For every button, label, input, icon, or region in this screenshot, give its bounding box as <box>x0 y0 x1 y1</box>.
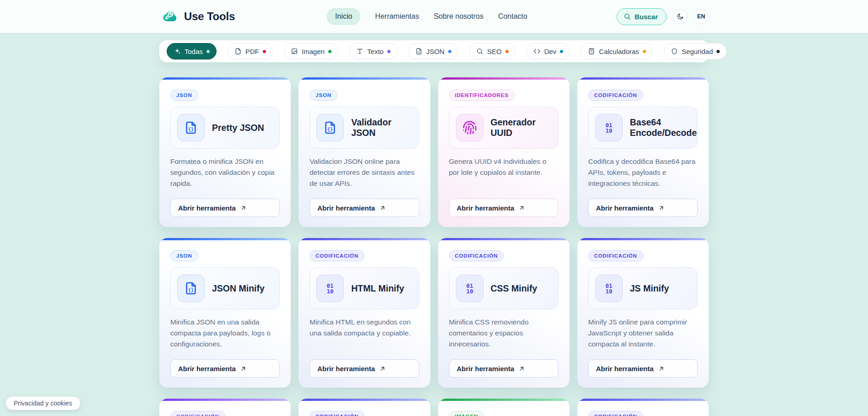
card-accent-bar <box>298 77 430 80</box>
nav-link-sobre-nosotros[interactable]: Sobre nosotros <box>434 12 483 21</box>
filter-chip-label: Todas <box>184 48 203 55</box>
nav-link-herramientas[interactable]: Herramientas <box>375 12 419 21</box>
filter-chip-todas[interactable]: Todas <box>167 43 217 59</box>
binary-icon: 0110 <box>323 281 337 296</box>
card-accent-bar <box>159 238 291 240</box>
open-tool-label: Abrir herramienta <box>596 204 654 212</box>
open-tool-button[interactable]: Abrir herramienta <box>170 359 280 378</box>
open-tool-label: Abrir herramienta <box>317 204 375 212</box>
category-color-dot <box>387 50 391 53</box>
tool-icon-tile: 0110 <box>316 275 344 302</box>
category-badge: JSON <box>170 250 198 261</box>
card-accent-bar <box>577 77 709 80</box>
language-button[interactable]: EN <box>694 9 709 24</box>
privacy-cookies-button[interactable]: Privacidad y cookies <box>5 396 81 410</box>
card-accent-bar <box>438 238 570 240</box>
filter-chip-label: JSON <box>426 48 445 55</box>
tool-card-partial: CODIFICACIÓN <box>577 399 709 416</box>
filter-chip-pdf[interactable]: PDF <box>228 43 273 59</box>
tool-card-css-minify: CODIFICACIÓN0110CSS MinifyMinifica CSS r… <box>438 238 570 388</box>
search-button[interactable]: Buscar <box>617 8 667 25</box>
shield-icon <box>671 48 678 55</box>
tool-title: Base64 Encode/Decode <box>630 117 697 138</box>
open-tool-button[interactable]: Abrir herramienta <box>449 199 559 217</box>
filter-chip-imagen[interactable]: Imagen <box>284 43 338 59</box>
open-tool-button[interactable]: Abrir herramienta <box>309 359 419 378</box>
logo-icon <box>159 6 179 27</box>
tool-header-panel: 0110HTML Minify <box>309 267 419 309</box>
open-tool-button[interactable]: Abrir herramienta <box>309 199 419 217</box>
nav-link-contacto[interactable]: Contacto <box>498 12 527 21</box>
category-color-dot <box>643 50 646 53</box>
tool-description: Minifica CSS removiendo comentarios y es… <box>449 317 559 350</box>
tool-card-pretty-json: JSON{}Pretty JSONFormatea o minifica JSO… <box>159 77 291 227</box>
category-color-dot <box>263 50 266 53</box>
svg-text:10: 10 <box>605 127 612 134</box>
arrow-up-right-icon <box>658 365 665 372</box>
open-tool-button[interactable]: Abrir herramienta <box>449 359 559 378</box>
calculator-icon <box>588 48 595 55</box>
tool-description: Minifica HTML en segundos con una salida… <box>309 317 419 339</box>
svg-text:{}: {} <box>418 50 420 53</box>
file-json-icon: {} <box>415 48 423 55</box>
filter-chip-label: Imagen <box>302 48 325 55</box>
open-tool-button[interactable]: Abrir herramienta <box>588 359 698 378</box>
card-accent-bar <box>298 238 430 240</box>
open-tool-label: Abrir herramienta <box>178 365 236 373</box>
theme-toggle-button[interactable] <box>673 9 688 24</box>
category-badge: JSON <box>309 90 337 101</box>
tool-card-js-minify: CODIFICACIÓN0110JS MinifyMinify JS onlin… <box>577 238 709 388</box>
card-accent-bar <box>159 77 291 80</box>
open-tool-label: Abrir herramienta <box>457 365 515 373</box>
sparkles-icon <box>174 48 181 55</box>
card-accent-bar <box>298 399 430 401</box>
category-badge: JSON <box>170 90 198 101</box>
tool-title: Pretty JSON <box>212 123 264 133</box>
filter-chip-seguridad[interactable]: Seguridad <box>664 43 727 59</box>
filter-bar: TodasPDFImagenTexto{}JSONSEODevCalculado… <box>159 40 709 62</box>
tool-title: JS Minify <box>630 283 669 294</box>
category-badge: CODIFICACIÓN <box>588 411 643 416</box>
svg-text:10: 10 <box>327 288 334 295</box>
tool-title: JSON Minify <box>212 283 265 294</box>
tool-title: Generador UUID <box>491 117 552 138</box>
tool-icon-tile: 0110 <box>595 114 623 141</box>
category-badge: CODIFICACIÓN <box>170 411 225 416</box>
open-tool-button[interactable]: Abrir herramienta <box>170 199 280 217</box>
tool-card-json-minify: JSON{}JSON MinifyMinifica JSON en una sa… <box>159 238 291 388</box>
svg-text:10: 10 <box>605 288 612 295</box>
tool-description: Formatea o minifica JSON en segundos, co… <box>170 156 280 189</box>
category-color-dot <box>716 50 720 53</box>
search-button-label: Buscar <box>635 13 658 21</box>
tool-description: Validacion JSON online para detectar err… <box>309 156 419 189</box>
arrow-up-right-icon <box>240 205 247 211</box>
tool-description: Minifica JSON en una salida compacta par… <box>170 317 280 350</box>
filter-chip-texto[interactable]: Texto <box>349 43 397 59</box>
nav-link-inicio[interactable]: Inicio <box>327 8 360 25</box>
filter-chip-calculadoras[interactable]: Calculadoras <box>581 43 653 59</box>
category-badge: CODIFICACIÓN <box>449 250 504 261</box>
category-badge: IMAGEN <box>449 411 484 416</box>
filter-chip-json[interactable]: {}JSON <box>408 43 458 59</box>
tools-grid: JSON{}Pretty JSONFormatea o minifica JSO… <box>159 77 709 416</box>
file-icon <box>234 48 242 55</box>
arrow-up-right-icon <box>240 365 247 372</box>
binary-icon: 0110 <box>602 120 616 135</box>
fingerprint-icon <box>462 120 477 135</box>
tool-icon-tile: 0110 <box>456 275 483 302</box>
tool-card-generador-uuid: IDENTIFICADORESGenerador UUIDGenera UUID… <box>438 77 570 227</box>
tool-header-panel: {}Pretty JSON <box>170 107 280 149</box>
filter-chip-seo[interactable]: SEO <box>469 43 515 59</box>
image-icon <box>291 48 298 55</box>
open-tool-button[interactable]: Abrir herramienta <box>588 199 698 217</box>
filter-chip-dev[interactable]: Dev <box>526 43 570 59</box>
card-accent-bar <box>159 399 291 401</box>
svg-text:{}: {} <box>327 127 333 132</box>
category-color-dot <box>560 50 563 53</box>
open-tool-label: Abrir herramienta <box>457 204 515 212</box>
brand[interactable]: Use Tools <box>159 6 235 27</box>
file-json-icon: {} <box>184 281 198 296</box>
tool-title: Validador JSON <box>351 117 412 138</box>
brand-name: Use Tools <box>184 10 235 23</box>
tool-card-html-minify: CODIFICACIÓN0110HTML MinifyMinifica HTML… <box>298 238 430 388</box>
